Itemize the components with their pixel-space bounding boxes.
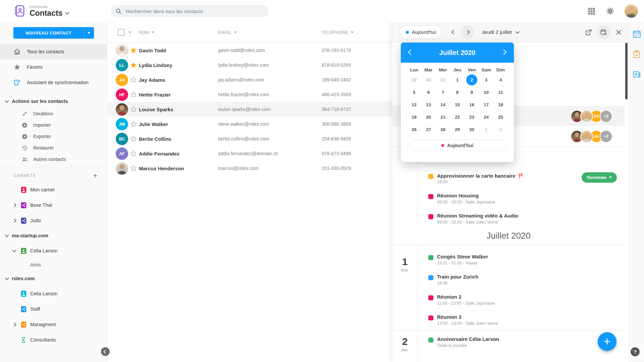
sidebar-item-amis[interactable]: Amis (0, 258, 107, 271)
calendar-day[interactable]: 16 (465, 99, 479, 111)
contact-row[interactable]: JA Jay Adams jay.adams@rolex.com 189-048… (108, 72, 392, 87)
help-button[interactable]: ? (631, 347, 640, 356)
calendar-day-selected[interactable]: 2 (466, 74, 477, 85)
calendar-day[interactable]: 10 (479, 86, 493, 99)
favorite-star-icon[interactable] (130, 47, 137, 54)
favorite-star-icon[interactable] (130, 76, 137, 83)
event-item[interactable]: Approvisionner la carte bancaire 16:00 T… (392, 172, 625, 192)
sidebar-group-rolex[interactable]: rolex.com (0, 271, 107, 286)
calendar-day[interactable]: 1 (479, 123, 493, 136)
sidebar-item-judo[interactable]: Judo (0, 213, 107, 228)
event-item[interactable]: Congès Steve Walker 29.02 - 02.03 - Hawa… (418, 253, 625, 273)
calendar-day[interactable]: 23 (465, 111, 479, 123)
today-button[interactable]: Aujourd'hui (400, 25, 442, 39)
sidebar-item-assistant-synchronisation[interactable]: Assistant de synchronisation (0, 75, 107, 90)
calendar-day[interactable]: 29 (450, 123, 465, 136)
calendar-day[interactable]: 17 (479, 99, 493, 111)
contact-row[interactable]: BC Bertie Collins bertie.collins@rolex.c… (108, 131, 392, 146)
prev-day-button[interactable] (452, 29, 455, 35)
favorite-star-icon[interactable] (130, 106, 137, 113)
sidebar-item-consultants[interactable]: Consultants (0, 332, 107, 348)
new-contact-dropdown-icon[interactable] (84, 32, 94, 34)
calendar-day[interactable]: 26 (407, 123, 421, 136)
calendar-day[interactable]: 3 (479, 74, 493, 86)
chevron-right-icon[interactable] (12, 322, 16, 327)
sidebar-item-tous-les-contacts[interactable]: Tous les contacts (0, 44, 107, 59)
search-input[interactable] (125, 8, 264, 14)
sidebar-item-staff[interactable]: Staff (0, 301, 107, 317)
calendar-day[interactable]: 25 (493, 111, 508, 123)
calendar-day[interactable]: 14 (436, 99, 450, 111)
column-header-email[interactable]: EMAIL (218, 22, 237, 43)
sidebar-item-managment[interactable]: Managment (0, 317, 107, 332)
calendar-day[interactable]: 2 (493, 123, 508, 136)
calendar-day[interactable]: 5 (407, 86, 421, 99)
calendar-day[interactable]: 13 (421, 99, 436, 111)
next-month-button[interactable] (502, 50, 506, 56)
add-event-fab[interactable] (598, 332, 616, 351)
settings-gear-icon[interactable] (606, 7, 614, 15)
event-item[interactable]: Réunion 2 11:00 - 13:00 - Salle Japonais… (418, 293, 625, 313)
calendar-day[interactable]: 6 (421, 86, 436, 99)
date-selector[interactable]: Jeudi 2 juillet (482, 29, 519, 35)
calendar-day[interactable]: 31 (436, 74, 450, 86)
task-status-button[interactable]: Terminée (582, 172, 617, 183)
calendar-day[interactable]: 18 (493, 99, 508, 111)
tasks-clipboard-icon[interactable] (632, 50, 641, 59)
calendar-day[interactable]: 30 (421, 74, 436, 86)
calendar-day[interactable]: 27 (421, 123, 436, 136)
sidebar-item-restaurer[interactable]: Restaurer (0, 142, 107, 154)
chevron-right-icon[interactable] (12, 219, 16, 223)
sidebar-item-celia-larson-rolex[interactable]: Celia Larson (0, 286, 107, 301)
calendar-day[interactable]: 28 (436, 123, 450, 136)
chevron-right-icon[interactable] (12, 203, 16, 207)
apps-grid-icon[interactable] (587, 7, 596, 15)
favorite-star-icon[interactable] (130, 120, 137, 128)
add-carnet-icon[interactable] (92, 173, 98, 179)
agenda-scrollbar[interactable] (625, 43, 628, 99)
close-icon[interactable] (615, 29, 622, 36)
app-switcher-chevron-icon[interactable] (65, 10, 70, 15)
contact-row[interactable]: Marcus Henderson marcus@rolex.com 151-33… (108, 161, 392, 176)
sidebar-item-autres-contacts[interactable]: Autres contacts (0, 154, 107, 165)
sidebar-item-boxe-thai[interactable]: Boxe Thaï (0, 197, 107, 213)
contact-row[interactable]: HF Hettie Frazier hettie.frazier@rolex.c… (108, 87, 392, 102)
chevron-down-icon[interactable] (12, 248, 16, 252)
calendar-day[interactable]: 12 (407, 99, 421, 111)
contact-row[interactable]: AF Addie Fernandez addie.fernandez@domai… (108, 146, 392, 161)
sidebar-collapse-button[interactable] (101, 347, 110, 356)
contact-row[interactable]: LL Lydia Lindsey lydia.lindsey@rolex.com… (108, 58, 392, 72)
favorite-star-icon[interactable] (130, 91, 137, 98)
favorite-star-icon[interactable] (130, 165, 137, 172)
event-item[interactable]: Anniversaire Célia Larson Toute la journ… (418, 335, 625, 355)
contact-row-selected[interactable]: Louise Sparks louise.sparks@rolex.com 36… (108, 102, 392, 117)
column-header-telephone[interactable]: TÉLÉPHONE (322, 22, 354, 43)
calendar-day[interactable]: 15 (450, 99, 465, 111)
favorite-star-icon[interactable] (130, 150, 137, 157)
app-brand[interactable]: Infomaniak Contacts (13, 5, 69, 17)
select-all-checkbox[interactable] (118, 22, 125, 43)
contact-row[interactable]: JW Julie Walker steve.walker@rolex.com 3… (108, 117, 392, 131)
calendar-day[interactable]: 8 (450, 86, 465, 99)
calendar-day[interactable]: 19 (407, 111, 421, 123)
calendar-day[interactable]: 30 (465, 123, 479, 136)
calendar-day[interactable]: 22 (450, 111, 465, 123)
event-item[interactable]: Réunion 3 12:00 - 13:00 - Salle Jules Ve… (418, 313, 625, 333)
next-day-button[interactable] (461, 25, 474, 39)
user-avatar[interactable] (625, 4, 638, 18)
event-item[interactable]: Réunion Housing 09:00 - 10:00 - Salle Ja… (392, 192, 625, 212)
calendar-day[interactable]: 29 (407, 74, 421, 86)
calendar-app-icon[interactable] (632, 29, 641, 39)
calendar-day[interactable]: 24 (479, 111, 493, 123)
calendar-settings-icon[interactable] (597, 25, 610, 39)
day-label[interactable]: 2 Jeu. (392, 330, 418, 362)
contact-row[interactable]: Gavin Todd gavin.todd@rolex.com 378-293-… (108, 43, 392, 58)
calendar-day[interactable]: 4 (493, 74, 508, 86)
prev-month-button[interactable] (409, 50, 413, 56)
calendar-day[interactable]: 11 (493, 86, 508, 99)
notes-icon[interactable] (632, 70, 641, 79)
sidebar-item-mon-carnet[interactable]: Mon carnet (0, 182, 107, 197)
favorite-star-icon[interactable] (130, 61, 137, 69)
sidebar-group-ma-startup[interactable]: ma-startup.com (0, 228, 107, 243)
calendar-day[interactable]: 1 (450, 74, 465, 86)
